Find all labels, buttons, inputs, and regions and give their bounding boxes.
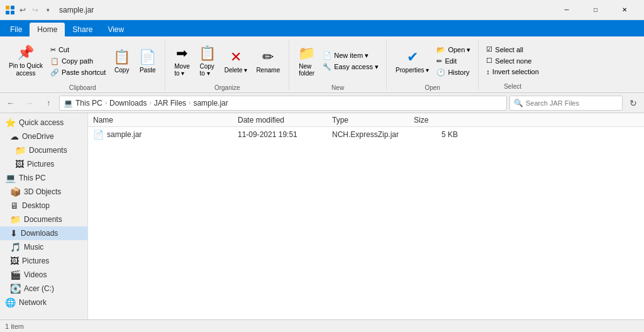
pictures-icon: 🖼 <box>10 256 19 266</box>
edit-icon: ✏ <box>436 57 442 65</box>
desktop-icon: 🖥 <box>10 201 19 211</box>
move-to-button[interactable]: ➡ Moveto ▾ <box>170 39 193 83</box>
col-header-type[interactable]: Type <box>332 116 414 124</box>
file-icon: 📄 <box>93 130 104 140</box>
cut-button[interactable]: ✂ Cut <box>48 45 108 55</box>
select-all-button[interactable]: ☑ Select all <box>484 44 541 55</box>
sidebar-item-documents[interactable]: 📁 Documents <box>0 213 87 226</box>
documents-icon: 📁 <box>10 214 21 224</box>
col-header-name[interactable]: Name <box>93 116 238 124</box>
sidebar-item-onedrive[interactable]: ☁ OneDrive <box>0 130 87 143</box>
ribbon: 📌 Pin to Quickaccess ✂ Cut 📋 Copy path 🔗… <box>0 36 644 93</box>
paste-label: Paste <box>140 67 156 74</box>
new-label: New <box>331 83 344 91</box>
path-segment-jarfiles[interactable]: JAR Files <box>154 99 186 108</box>
undo-icon[interactable]: ↩ <box>18 5 28 15</box>
paste-icon: 📄 <box>139 49 156 65</box>
select-none-button[interactable]: ☐ Select none <box>484 55 541 66</box>
3d-objects-icon: 📦 <box>10 187 21 197</box>
sidebar-item-pictures-od[interactable]: 🖼 Pictures <box>0 157 87 171</box>
col-header-date[interactable]: Date modified <box>238 116 332 124</box>
pin-icon: 📌 <box>17 45 34 61</box>
delete-icon: ✕ <box>230 49 242 65</box>
pictures-od-icon: 🖼 <box>15 159 24 169</box>
minimize-button[interactable]: ─ <box>552 0 581 20</box>
new-folder-button[interactable]: 📁 Newfolder <box>294 39 319 83</box>
open-button[interactable]: 📂 Open ▾ <box>434 45 473 55</box>
pin-to-quick-access-button[interactable]: 📌 Pin to Quickaccess <box>5 39 47 83</box>
title-bar: ↩ ↪ ▾ sample.jar ─ □ ✕ <box>0 0 644 20</box>
redo-icon[interactable]: ↪ <box>30 5 40 15</box>
acer-icon: 💽 <box>10 284 21 294</box>
close-button[interactable]: ✕ <box>610 0 639 20</box>
sidebar-item-3d-objects[interactable]: 📦 3D Objects <box>0 185 87 199</box>
sidebar-item-downloads[interactable]: ⬇ Downloads <box>0 226 87 240</box>
new-item-button[interactable]: 📄 New item ▾ <box>320 50 381 61</box>
refresh-button[interactable]: ↻ <box>625 95 641 111</box>
maximize-button[interactable]: □ <box>581 0 610 20</box>
tab-share[interactable]: Share <box>65 23 100 36</box>
down-arrow-icon[interactable]: ▾ <box>43 5 53 15</box>
easy-access-button[interactable]: 🔧 Easy access ▾ <box>320 62 381 72</box>
file-name: sample.jar <box>107 130 142 139</box>
search-input[interactable] <box>526 99 618 107</box>
tab-file[interactable]: File <box>3 23 30 36</box>
copy-to-button[interactable]: 📋 Copyto ▾ <box>195 39 219 83</box>
sidebar-item-videos[interactable]: 🎬 Videos <box>0 268 87 282</box>
properties-label: Properties ▾ <box>396 67 429 74</box>
paste-shortcut-button[interactable]: 🔗 Paste shortcut <box>48 67 108 78</box>
tab-view[interactable]: View <box>100 23 131 36</box>
sidebar-item-desktop[interactable]: 🖥 Desktop <box>0 199 87 213</box>
quick-access-icon[interactable] <box>5 5 15 15</box>
sidebar-item-pictures[interactable]: 🖼 Pictures <box>0 254 87 268</box>
col-header-size[interactable]: Size <box>414 116 464 124</box>
copy-path-icon: 📋 <box>50 57 59 65</box>
path-segment-thispc[interactable]: This PC <box>75 99 103 108</box>
address-path[interactable]: 💻 This PC › Downloads › JAR Files › samp… <box>59 96 507 111</box>
svg-rect-0 <box>6 6 9 9</box>
history-button[interactable]: 🕐 History <box>434 67 473 78</box>
clipboard-buttons: 📌 Pin to Quickaccess ✂ Cut 📋 Copy path 🔗… <box>5 39 160 83</box>
file-size-cell: 5 KB <box>414 130 464 139</box>
organize-buttons: ➡ Moveto ▾ 📋 Copyto ▾ ✕ Delete ▾ ✏ Renam… <box>170 39 284 83</box>
file-name-cell: 📄 sample.jar <box>93 130 238 140</box>
properties-button[interactable]: ✔ Properties ▾ <box>392 39 433 83</box>
ribbon-tabs: File Home Share View <box>0 20 644 36</box>
paste-button[interactable]: 📄 Paste <box>135 39 160 83</box>
select-buttons: ☑ Select all ☐ Select none ↕ Invert sele… <box>484 39 541 82</box>
invert-selection-button[interactable]: ↕ Invert selection <box>484 67 541 77</box>
item-count: 1 item <box>5 323 24 330</box>
sidebar-item-acer[interactable]: 💽 Acer (C:) <box>0 282 87 296</box>
network-icon: 🌐 <box>5 297 16 307</box>
sidebar-item-network[interactable]: 🌐 Network <box>0 296 87 309</box>
window-controls: ─ □ ✕ <box>552 0 639 20</box>
sidebar-item-music[interactable]: 🎵 Music <box>0 240 87 254</box>
move-icon: ➡ <box>176 45 187 62</box>
copy-path-button[interactable]: 📋 Copy path <box>48 56 108 67</box>
copy-button[interactable]: 📋 Copy <box>109 39 134 83</box>
back-button[interactable]: ← <box>3 95 19 111</box>
up-button[interactable]: ↑ <box>40 95 57 111</box>
search-box[interactable]: 🔍 <box>509 96 623 111</box>
pin-label: Pin to Quickaccess <box>9 62 43 77</box>
path-sep-2: › <box>149 99 151 106</box>
tab-home[interactable]: Home <box>30 23 65 36</box>
path-segment-downloads[interactable]: Downloads <box>109 99 147 108</box>
ribbon-group-select: ☑ Select all ☐ Select none ↕ Invert sele… <box>479 39 546 90</box>
path-icon-thispc: 💻 <box>64 99 73 108</box>
title-bar-icons: ↩ ↪ ▾ <box>5 5 53 15</box>
sidebar-item-documents-od[interactable]: 📁 Documents <box>0 143 87 157</box>
clipboard-label: Clipboard <box>69 83 96 91</box>
delete-label: Delete ▾ <box>225 67 248 74</box>
svg-rect-3 <box>11 11 14 14</box>
delete-button[interactable]: ✕ Delete ▾ <box>221 39 252 83</box>
forward-button[interactable]: → <box>21 95 38 111</box>
path-segment-samplejar[interactable]: sample.jar <box>193 99 228 108</box>
rename-button[interactable]: ✏ Rename <box>252 39 284 83</box>
new-small-group: 📄 New item ▾ 🔧 Easy access ▾ <box>320 50 381 72</box>
sidebar-item-this-pc[interactable]: 💻 This PC <box>0 171 87 185</box>
organize-label: Organize <box>214 83 240 91</box>
sidebar-item-quick-access[interactable]: ⭐ Quick access <box>0 116 87 130</box>
edit-button[interactable]: ✏ Edit <box>434 56 473 67</box>
table-row[interactable]: 📄 sample.jar 11-09-2021 19:51 NCH.Expres… <box>88 127 644 142</box>
